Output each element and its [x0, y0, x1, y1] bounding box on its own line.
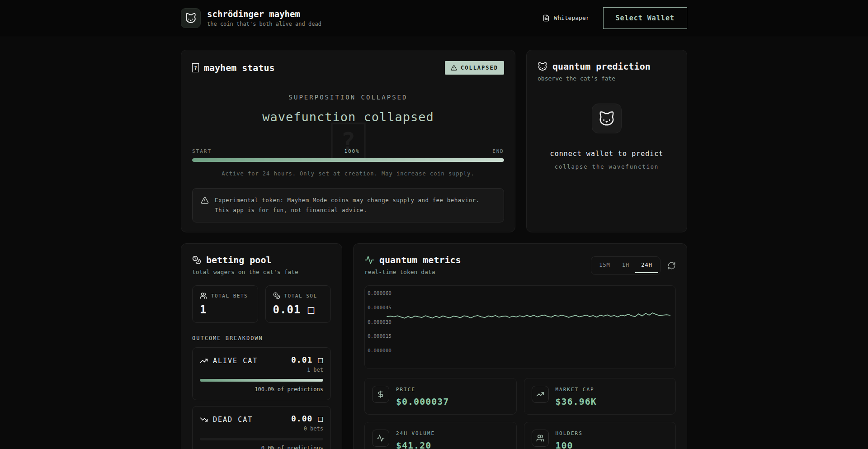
metrics-title-text: quantum metrics: [379, 255, 461, 265]
volume-metric: 24H VOLUME $41.20: [364, 422, 517, 449]
status-title-text: mayhem status: [204, 62, 275, 73]
metrics-subtitle: real-time token data: [364, 269, 461, 275]
mayhem-progress: START 100% END: [192, 148, 504, 162]
market-cap-metric: MARKET CAP $36.96K: [524, 378, 676, 415]
prediction-empty-state: connect wallet to predict collapse the w…: [538, 104, 676, 170]
status-caption: Active for 24 hours. Only set at creatio…: [192, 170, 504, 177]
tab-15m[interactable]: 15M: [593, 258, 616, 273]
dead-cat-percent: 0.0% of predictions: [200, 445, 323, 449]
price-metric-text: PRICE $0.000037: [396, 386, 449, 407]
token-metrics: PRICE $0.000037 MARKET CAP $36.96K: [364, 378, 676, 449]
total-sol-value: 0.01 □: [273, 303, 324, 316]
app-title: schrödinger mayhem: [207, 9, 321, 19]
alive-cat-percent: 100.0% of predictions: [200, 386, 323, 392]
dead-cat-amounts: 0.00 □ 0 bets: [291, 414, 323, 432]
alive-cat-bar-fill: [200, 379, 323, 382]
metrics-heading: quantum metrics real-time token data: [364, 255, 461, 275]
cat-icon: [592, 104, 622, 133]
prediction-subtitle: observe the cat's fate: [538, 75, 676, 82]
cat-logo-icon: [181, 8, 201, 28]
market-cap-label: MARKET CAP: [556, 387, 597, 392]
whitepaper-link[interactable]: Whitepaper: [542, 14, 589, 22]
holders-value: 100: [556, 440, 583, 449]
price-value: $0.000037: [396, 396, 449, 407]
betting-stats: TOTAL BETS 1 TOTAL SOL 0.01 □: [192, 285, 331, 323]
price-line: [365, 286, 675, 369]
warning-triangle-icon: [451, 65, 457, 71]
whitepaper-label: Whitepaper: [554, 14, 589, 21]
connect-wallet-cta-sub: collapse the wavefunction: [555, 164, 659, 170]
disclaimer-box: Experimental token: Mayhem Mode coins ma…: [192, 188, 504, 222]
status-message: SUPERPOSITION COLLAPSED wavefunction col…: [192, 94, 504, 124]
refresh-button[interactable]: [667, 261, 676, 270]
coins-icon: [192, 255, 201, 265]
coins-icon: [273, 292, 280, 299]
metrics-card-header: quantum metrics real-time token data 15M…: [364, 255, 676, 275]
alive-cat-bets: 1 bet: [291, 367, 323, 373]
dead-cat-bar-track: [200, 438, 323, 440]
mayhem-status-card: ? mayhem status COLLAPSED ? SUPERPOSITIO…: [181, 50, 515, 232]
alive-cat-amount: 0.01 □: [291, 355, 323, 364]
volume-metric-text: 24H VOLUME $41.20: [396, 430, 435, 449]
header-actions: Whitepaper Select Wallet: [542, 7, 687, 29]
status-headline: wavefunction collapsed: [192, 110, 504, 124]
top-bar: schrödinger mayhem the coin that's both …: [0, 0, 868, 36]
status-kicker: SUPERPOSITION COLLAPSED: [192, 94, 504, 101]
trending-up-icon: [200, 357, 208, 365]
dollar-icon: [372, 386, 389, 403]
cat-icon: [538, 61, 547, 71]
progress-end-label: END: [492, 148, 504, 154]
trending-up-icon: [532, 386, 549, 403]
total-sol-label-row: TOTAL SOL: [273, 292, 324, 299]
trending-down-icon: [200, 416, 208, 424]
progress-track: [192, 158, 504, 162]
market-cap-value: $36.96K: [556, 396, 597, 407]
prediction-card-title: quantum prediction: [538, 61, 676, 72]
bottom-row: betting pool total wagers on the cat's f…: [181, 243, 687, 449]
total-bets-label-row: TOTAL BETS: [200, 292, 250, 299]
app-subtitle: the coin that's both alive and dead: [207, 21, 321, 27]
betting-pool-card: betting pool total wagers on the cat's f…: [181, 243, 342, 449]
select-wallet-button[interactable]: Select Wallet: [603, 7, 687, 29]
brand: schrödinger mayhem the coin that's both …: [181, 8, 321, 28]
dead-cat-outcome: DEAD CAT 0.00 □ 0 bets 0.0% of predictio…: [192, 406, 331, 449]
users-icon: [532, 430, 549, 447]
volume-label: 24H VOLUME: [396, 430, 435, 436]
document-icon: [542, 14, 550, 22]
activity-icon: [364, 255, 374, 265]
dead-cat-bets: 0 bets: [291, 425, 323, 432]
betting-title-text: betting pool: [206, 255, 272, 265]
progress-labels: START 100% END: [192, 148, 504, 154]
alive-cat-label: ALIVE CAT: [213, 357, 258, 365]
progress-fill: [192, 158, 504, 162]
main-content: ? mayhem status COLLAPSED ? SUPERPOSITIO…: [181, 50, 687, 449]
chart-controls: 15M 1H 24H: [591, 256, 676, 275]
total-bets-stat: TOTAL BETS 1: [192, 285, 258, 323]
market-cap-metric-text: MARKET CAP $36.96K: [556, 386, 597, 407]
missing-glyph-icon: ?: [192, 63, 199, 72]
warning-triangle-icon: [201, 196, 209, 204]
alive-cat-amounts: 0.01 □ 1 bet: [291, 355, 323, 373]
connect-wallet-cta: connect wallet to predict: [550, 150, 664, 158]
dead-cat-top-row: DEAD CAT 0.00 □ 0 bets: [200, 414, 323, 432]
quantum-metrics-card: quantum metrics real-time token data 15M…: [353, 243, 687, 449]
dead-cat-label: DEAD CAT: [213, 416, 253, 424]
progress-start-label: START: [192, 148, 212, 154]
price-metric: PRICE $0.000037: [364, 378, 517, 415]
alive-cat-name: ALIVE CAT: [200, 357, 258, 365]
volume-value: $41.20: [396, 440, 435, 449]
price-chart: 0.000060 0.000045 0.000030 0.000015 0.00…: [364, 285, 676, 369]
total-sol-stat: TOTAL SOL 0.01 □: [265, 285, 331, 323]
activity-icon: [372, 430, 389, 447]
tab-1h[interactable]: 1H: [616, 258, 635, 273]
betting-subtitle: total wagers on the cat's fate: [192, 269, 331, 275]
badge-label: COLLAPSED: [461, 65, 498, 71]
collapsed-status-badge: COLLAPSED: [445, 61, 504, 75]
holders-label: HOLDERS: [556, 430, 583, 436]
disclaimer-text: Experimental token: Mayhem Mode coins ma…: [215, 195, 495, 215]
users-icon: [200, 292, 207, 299]
prediction-title-text: quantum prediction: [552, 61, 651, 72]
tab-24h[interactable]: 24H: [635, 258, 658, 273]
top-row: ? mayhem status COLLAPSED ? SUPERPOSITIO…: [181, 50, 687, 232]
total-sol-label: TOTAL SOL: [284, 293, 317, 299]
